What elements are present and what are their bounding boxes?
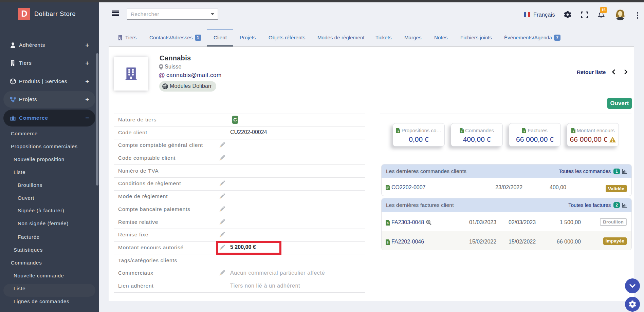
svg-text:$: $ <box>523 130 525 133</box>
svg-text:$: $ <box>572 130 574 133</box>
svg-text:$: $ <box>397 130 399 133</box>
svg-text:$: $ <box>387 221 389 225</box>
svg-text:$: $ <box>387 241 389 244</box>
svg-text:$: $ <box>461 130 463 133</box>
